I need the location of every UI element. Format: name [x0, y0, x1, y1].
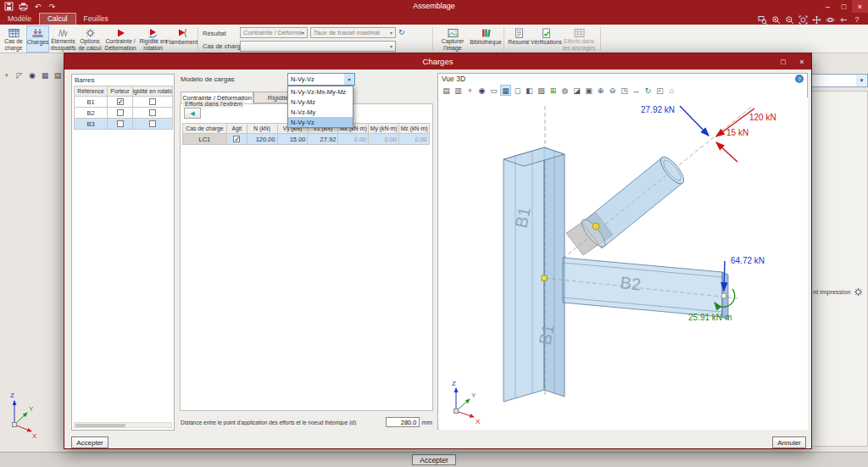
dialog-maximize-button[interactable]: □: [774, 53, 793, 69]
grid-icon[interactable]: ⊞: [548, 85, 559, 96]
eye-icon[interactable]: ◉: [27, 70, 37, 81]
box-icon[interactable]: ▦: [40, 70, 50, 81]
background-print-settings[interactable]: nt impression: [813, 287, 865, 297]
ribbon-bibliotheque-button[interactable]: Bibliothèque: [470, 25, 501, 53]
moment-mx-value[interactable]: 0.00: [338, 134, 369, 145]
porteur-checkbox[interactable]: [117, 120, 124, 127]
theoretical-node[interactable]: [542, 275, 547, 281]
sphere-view-icon[interactable]: ◍: [559, 85, 570, 96]
column-member[interactable]: [504, 147, 565, 402]
home-view-icon[interactable]: ⌂: [666, 85, 677, 96]
maximize-button[interactable]: □: [836, 0, 852, 13]
3d-viewport[interactable]: 27.92 kN 120 kN 15 kN 64.72 kN 25.91 kN·…: [439, 97, 808, 430]
column-header[interactable]: N (kN): [248, 124, 278, 134]
tab-feuilles[interactable]: Feuilles: [76, 14, 116, 25]
load-model-dropdown[interactable]: N-Vy-Vz ▾: [287, 73, 355, 86]
footer-accept-button[interactable]: Accepter: [412, 454, 456, 465]
pan-icon[interactable]: ↔: [631, 85, 642, 96]
eye-icon[interactable]: ◉: [476, 85, 487, 96]
barres-row-b1[interactable]: B1: [75, 97, 173, 108]
wireframe-view-icon[interactable]: ◻: [512, 85, 523, 96]
porteur-checkbox[interactable]: [117, 98, 124, 105]
zoom-out-icon[interactable]: [783, 14, 795, 25]
ribbon-cas-de-charge-button[interactable]: Cas de charge: [2, 25, 25, 53]
column-header[interactable]: Rigidité en rotation: [133, 86, 173, 97]
gear-icon[interactable]: [854, 287, 863, 297]
barres-row-b2[interactable]: B2: [75, 108, 173, 119]
rigidite-checkbox[interactable]: [149, 120, 156, 127]
dialog-cancel-button[interactable]: Annuler: [772, 436, 806, 448]
ribbon-contrainte-deformation-button[interactable]: Contrainte / Déformation: [103, 25, 137, 53]
option-n-vy-vz-mx-my-mz[interactable]: N-Vy-Vz-Mx-My-Mz: [288, 86, 353, 97]
solid-view-icon[interactable]: ▦: [500, 85, 511, 96]
column-header[interactable]: Cas de charge: [183, 124, 227, 134]
axial-force-value[interactable]: 120.00: [248, 134, 278, 145]
shear-vy-value[interactable]: 15.00: [278, 134, 309, 145]
horizontal-scrollbar[interactable]: [74, 422, 172, 428]
print-icon[interactable]: [17, 1, 30, 12]
option-n-vy-mz[interactable]: N-Vy-Mz: [288, 97, 353, 107]
ribbon-rigidite-rotation-button[interactable]: Rigidité en rotation: [138, 25, 168, 53]
print-icon[interactable]: ▤: [53, 70, 63, 81]
option-n-vz-my[interactable]: N-Vz-My: [288, 107, 353, 117]
ribbon-elements-dissipatifs-button[interactable]: Éléments dissipatifs: [50, 25, 76, 53]
beam-member[interactable]: [563, 258, 728, 320]
column-header[interactable]: Porteur: [108, 86, 133, 97]
redo-icon[interactable]: ↷: [46, 1, 58, 12]
ribbon-resume-button[interactable]: Résumé: [506, 25, 531, 53]
undo-icon[interactable]: ↶: [31, 1, 44, 12]
dialog-accept-button[interactable]: Accepter: [71, 436, 108, 448]
zoom-extents-icon[interactable]: ◳: [619, 85, 630, 96]
porteur-checkbox[interactable]: [117, 109, 124, 116]
help-icon[interactable]: ?: [795, 75, 804, 83]
zoom-in-icon[interactable]: [770, 14, 782, 25]
orbit-icon[interactable]: ↻: [643, 85, 654, 96]
column-header[interactable]: Référence: [75, 86, 108, 97]
distance-input[interactable]: [386, 417, 420, 427]
save-icon[interactable]: [3, 1, 15, 12]
tab-calcul[interactable]: Calcul: [39, 13, 76, 25]
axes-icon[interactable]: +: [465, 85, 476, 96]
ribbon-loadcase-dropdown[interactable]: ▾: [240, 41, 396, 52]
section-icon[interactable]: ◪: [571, 85, 582, 96]
column-header[interactable]: Agit: [227, 124, 248, 134]
moment-mz-value[interactable]: 0.00: [399, 134, 430, 145]
scrollbar-thumb[interactable]: [75, 424, 125, 427]
ribbon-capturer-image-button[interactable]: Capturer l'image: [436, 25, 470, 53]
bolt-node[interactable]: [593, 223, 599, 230]
ribbon-options-calcul-button[interactable]: Options de calcul: [77, 25, 103, 53]
screenshot-icon[interactable]: ▣: [583, 85, 594, 96]
agit-checkbox[interactable]: [233, 136, 240, 142]
ribbon-flambement-button[interactable]: Flambement: [169, 25, 195, 53]
axes-icon[interactable]: +: [2, 70, 12, 81]
barres-row-b3[interactable]: B3: [75, 119, 173, 130]
select-icon[interactable]: ◸: [14, 70, 25, 81]
zoom-out-icon[interactable]: ⊖: [607, 85, 618, 96]
rigidite-checkbox[interactable]: [149, 98, 156, 105]
pan-icon[interactable]: [810, 14, 822, 25]
result-criteria-dropdown[interactable]: Taux de travail maximal ▾: [310, 27, 396, 38]
refresh-icon[interactable]: ↻: [398, 28, 405, 36]
zoom-window-icon[interactable]: [756, 14, 768, 25]
previous-view-icon[interactable]: [837, 14, 849, 25]
zoom-extents-icon[interactable]: [797, 14, 809, 25]
export-icon[interactable]: ▥: [453, 85, 464, 96]
moment-my-value[interactable]: 0.00: [369, 134, 399, 145]
transparent-view-icon[interactable]: ▨: [536, 85, 547, 96]
result-type-dropdown[interactable]: Contrainte / Déformation ▾: [240, 27, 308, 38]
back-button[interactable]: ◀: [184, 108, 201, 119]
front-view-icon[interactable]: ◰: [654, 85, 665, 96]
ribbon-verifications-button[interactable]: Vérifications: [532, 25, 560, 53]
print-icon[interactable]: ▤: [441, 85, 452, 96]
column-header[interactable]: Mz (kN·m): [399, 124, 430, 134]
shaded-view-icon[interactable]: ◧: [524, 85, 535, 96]
option-n-vy-vz[interactable]: N-Vy-Vz: [288, 117, 353, 127]
rigidite-checkbox[interactable]: [149, 109, 156, 116]
close-button[interactable]: ×: [852, 0, 868, 13]
orbit-icon[interactable]: [824, 14, 836, 25]
measure-icon[interactable]: ▭: [488, 85, 499, 96]
column-header[interactable]: My (kN·m): [369, 124, 399, 134]
tab-modele[interactable]: Modèle: [0, 14, 39, 25]
diagonal-member[interactable]: [578, 153, 687, 250]
zoom-in-icon[interactable]: ⊕: [595, 85, 606, 96]
